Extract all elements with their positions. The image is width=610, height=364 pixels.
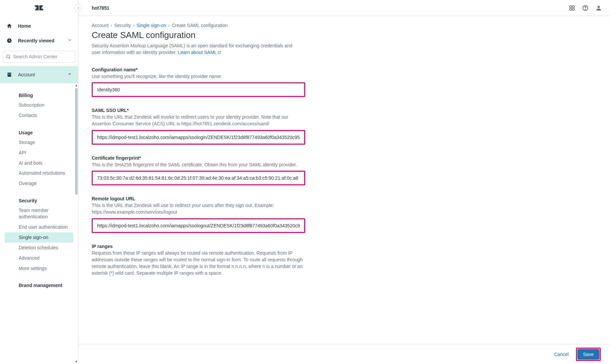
fingerprint-input[interactable]: [93, 172, 303, 184]
workspace-title: hot7851: [92, 5, 109, 11]
nav-home-label: Home: [18, 23, 31, 29]
field-config-name: Configuration name* Use something you'll…: [92, 67, 305, 97]
footer: Cancel Save: [78, 344, 610, 364]
sidebar-item-end-user-authentication[interactable]: End user authentication: [0, 222, 78, 232]
sidebar-section-account[interactable]: Account: [0, 66, 78, 83]
breadcrumb-item: Create SAML configuration: [172, 23, 228, 28]
highlight-box: [92, 171, 305, 185]
svg-line-4: [9, 58, 10, 59]
svg-rect-6: [8, 73, 9, 74]
sidebar-item-ai-and-bots[interactable]: AI and bots: [0, 158, 78, 168]
external-link-icon: [217, 49, 221, 56]
svg-point-15: [585, 9, 585, 9]
svg-rect-13: [573, 8, 574, 10]
page-description: Security Assertion Markup Language (SAML…: [92, 42, 298, 56]
svg-rect-5: [8, 73, 11, 77]
logout-url-label: Remote logout URL: [92, 196, 305, 201]
sso-url-input[interactable]: [93, 132, 303, 143]
sidebar-subheading: Billing: [0, 89, 78, 100]
scroll-up-arrow-icon[interactable]: ▲: [75, 84, 78, 87]
help-icon: [582, 5, 589, 11]
sidebar-item-overage[interactable]: Overage: [0, 178, 78, 189]
chevron-down-icon: [67, 38, 72, 44]
svg-rect-11: [573, 6, 574, 7]
chevron-right-icon: ›: [111, 23, 112, 28]
scroll-down-arrow-icon[interactable]: ▼: [75, 360, 78, 363]
sidebar-subheading: Security: [0, 195, 78, 205]
zendesk-logo-icon: [35, 4, 43, 12]
nav-recently-viewed[interactable]: Recently viewed: [0, 33, 78, 48]
sidebar-item-subscription[interactable]: Subscription: [0, 100, 78, 110]
person-icon: [595, 5, 602, 11]
svg-rect-9: [10, 74, 10, 75]
sso-url-help: This is the URL that Zendesk will invoke…: [92, 114, 305, 127]
svg-point-16: [598, 6, 600, 8]
field-fingerprint: Certificate fingerprint* This is the SHA…: [92, 155, 305, 185]
logo: [0, 0, 78, 16]
breadcrumb-item: Account: [92, 23, 109, 28]
learn-about-saml-link[interactable]: Learn about SAML: [178, 50, 221, 55]
sidebar-item-storage[interactable]: Storage: [0, 137, 78, 148]
apps-button[interactable]: [565, 1, 579, 15]
nav-home[interactable]: Home: [0, 19, 78, 33]
scroll-thumb[interactable]: [75, 88, 78, 195]
breadcrumb-link[interactable]: Single sign-on: [137, 23, 166, 28]
ip-ranges-help: Requests from these IP ranges will alway…: [92, 250, 305, 277]
field-ip-ranges: IP ranges Requests from these IP ranges …: [92, 244, 305, 277]
sidebar: Home Recently viewed Account: [0, 0, 78, 364]
sidebar-item-single-sign-on[interactable]: Single sign-on: [5, 232, 73, 243]
breadcrumb: Account›Security›Single sign-on›Create S…: [92, 23, 597, 28]
highlight-box: Save: [576, 348, 601, 361]
help-button[interactable]: [579, 1, 592, 15]
profile-button[interactable]: [592, 1, 605, 15]
highlight-box: [92, 82, 305, 97]
config-name-label: Configuration name*: [92, 67, 305, 72]
cancel-button[interactable]: Cancel: [554, 352, 569, 357]
svg-point-3: [7, 55, 10, 58]
svg-rect-8: [8, 74, 9, 75]
chevron-up-icon: [67, 72, 72, 78]
collapse-sidebar-button[interactable]: [74, 4, 82, 12]
highlight-box: [92, 130, 305, 145]
topbar: hot7851: [78, 0, 610, 16]
nav-primary: Home Recently viewed: [0, 16, 78, 51]
sidebar-subheading: Usage: [0, 127, 78, 137]
sidebar-item-more-settings[interactable]: More settings: [0, 263, 78, 274]
svg-rect-7: [10, 73, 10, 74]
svg-rect-12: [570, 8, 571, 10]
sidebar-item-automated-resolutions[interactable]: Automated resolutions: [0, 168, 78, 178]
highlight-box: [92, 218, 305, 233]
sidebar-subheading: Brand management: [0, 279, 78, 290]
breadcrumb-item: Security: [114, 23, 131, 28]
sidebar-item-api[interactable]: API: [0, 148, 78, 158]
sidebar-item-contacts[interactable]: Contacts: [0, 110, 78, 121]
logout-url-input[interactable]: [93, 220, 303, 231]
sidebar-scroll: BillingSubscriptionContactsUsageStorageA…: [0, 83, 78, 364]
chevron-right-icon: ›: [133, 23, 135, 28]
save-button[interactable]: Save: [577, 349, 599, 360]
search-box[interactable]: [3, 51, 75, 63]
search-wrap: [0, 51, 78, 66]
sso-url-label: SAML SSO URL*: [92, 108, 305, 113]
home-icon: [6, 23, 13, 29]
sidebar-item-deletion-schedules[interactable]: Deletion schedules: [0, 243, 78, 253]
chevron-left-icon: [76, 6, 80, 10]
field-sso-url: SAML SSO URL* This is the URL that Zende…: [92, 108, 305, 145]
clock-icon: [6, 37, 13, 44]
scrollbar[interactable]: ▲ ▼: [75, 83, 78, 364]
config-name-input[interactable]: [93, 84, 303, 95]
logout-url-help: This is the URL that Zendesk will use to…: [92, 202, 305, 216]
apps-grid-icon: [569, 5, 575, 11]
sidebar-item-advanced[interactable]: Advanced: [0, 253, 78, 263]
field-logout-url: Remote logout URL This is the URL that Z…: [92, 196, 305, 233]
fingerprint-help: This is the SHA256 fingerprint of the SA…: [92, 161, 305, 168]
sidebar-item-team-member-authentication[interactable]: Team member authentication: [0, 205, 78, 222]
content: Account›Security›Single sign-on›Create S…: [78, 16, 610, 344]
search-input[interactable]: [13, 54, 72, 59]
section-account-label: Account: [18, 72, 35, 77]
ip-ranges-label: IP ranges: [92, 244, 305, 249]
building-icon: [6, 71, 13, 78]
fingerprint-label: Certificate fingerprint*: [92, 155, 305, 161]
page-title: Create SAML configuration: [92, 30, 597, 40]
search-icon: [6, 54, 11, 59]
